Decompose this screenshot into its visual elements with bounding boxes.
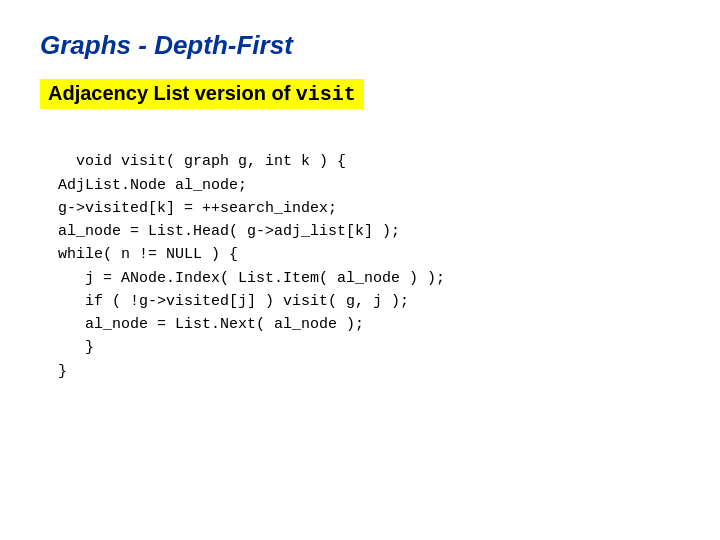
code-line-4: al_node = List.Head( g->adj_list[k] ); [40,223,400,240]
section-header-code: visit [296,83,356,106]
code-block: void visit( graph g, int k ) { AdjList.N… [40,127,680,406]
page-title: Graphs - Depth-First [40,30,680,61]
code-line-6: j = ANode.Index( List.Item( al_node ) ); [40,270,445,287]
code-line-3: g->visited[k] = ++search_index; [40,200,337,217]
code-line-5: while( n != NULL ) { [40,246,238,263]
section-header: Adjacency List version of visit [40,79,364,109]
code-line-8: al_node = List.Next( al_node ); [40,316,364,333]
page-container: Graphs - Depth-First Adjacency List vers… [0,0,720,540]
code-line-7: if ( !g->visited[j] ) visit( g, j ); [40,293,409,310]
code-line-10: } [40,363,67,380]
code-line-1: void visit( graph g, int k ) { [76,153,346,170]
code-line-2: AdjList.Node al_node; [40,177,247,194]
code-line-9: } [40,339,94,356]
section-header-text: Adjacency List version of [48,82,296,104]
